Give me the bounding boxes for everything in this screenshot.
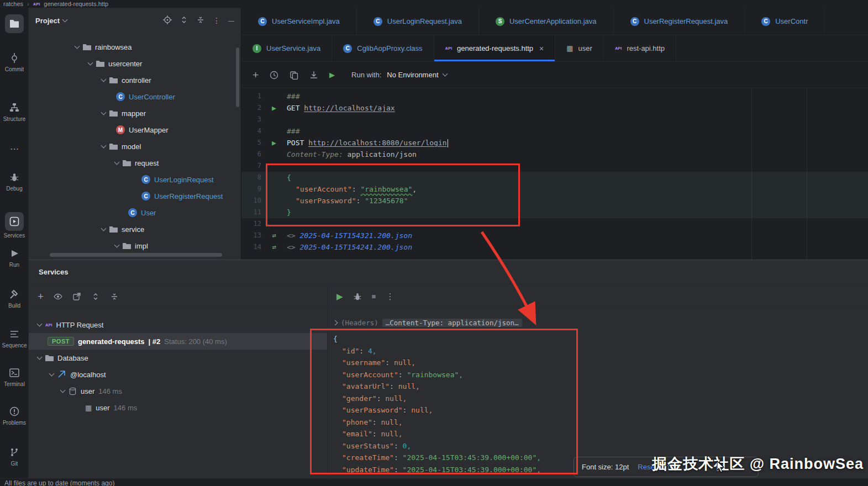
tree-item-request[interactable]: request [29, 155, 241, 171]
import-icon[interactable] [309, 71, 318, 80]
response-file-link[interactable]: 2025-04-15T154321.200.json [299, 231, 412, 240]
toolstrip-commit[interactable]: Commit [0, 53, 29, 72]
class-icon: C [373, 17, 382, 26]
toolstrip-more[interactable]: ⋯ [0, 144, 29, 154]
rerun-request-icon[interactable]: ▶ [336, 292, 343, 302]
json-key: "userAccount" [296, 185, 352, 193]
ide-window: ratches › API generated-requests.http Co… [0, 0, 868, 486]
tree-item-service[interactable]: service [29, 221, 241, 237]
services-item-localhost[interactable]: @localhost [29, 366, 327, 383]
tab-userserviceimpl[interactable]: C UserServiceImpl.java [241, 8, 357, 35]
tree-item-usercontroller[interactable]: C UserController [29, 88, 241, 105]
http-file-icon: API [45, 323, 52, 327]
services-item-request-run[interactable]: POST generated-requests | #2 Status: 200… [29, 333, 327, 350]
chevron-down-icon[interactable] [62, 17, 68, 22]
tree-item-userregisterrequest[interactable]: C UserRegisterRequest [29, 188, 241, 204]
toolstrip-project[interactable] [0, 14, 29, 33]
tab-cglibaopproxy[interactable]: C CglibAopProxy.class [332, 35, 434, 61]
toolstrip-debug[interactable]: Debug [0, 172, 29, 192]
header-name: Content-Type: [287, 150, 343, 159]
services-item-label: HTTP Request [56, 321, 104, 329]
class-icon: C [761, 17, 770, 26]
toolstrip-structure[interactable]: Structure [0, 103, 29, 122]
kebab-menu-icon[interactable]: ⋮ [386, 292, 394, 302]
breadcrumb: ratches › API generated-requests.http [0, 0, 868, 8]
editor-area: C UserServiceImpl.java C UserLoginReques… [241, 8, 868, 260]
tree-item-userloginrequest[interactable]: C UserLoginRequest [29, 171, 241, 188]
chevron-down-icon [88, 60, 93, 65]
response-headers-line[interactable]: (Headers) …Content-Type: application/jso… [328, 309, 868, 329]
request-url[interactable]: http://localhost:8080/user/login [308, 139, 446, 147]
editor-tab-row-1: C UserServiceImpl.java C UserLoginReques… [241, 8, 868, 35]
code-text: ### [287, 91, 299, 102]
services-item-http-request[interactable]: API HTTP Request [29, 316, 327, 333]
kebab-menu-icon[interactable]: ⋮ [213, 16, 220, 25]
tab-userservice[interactable]: I UserService.java [241, 35, 332, 61]
sequence-icon [9, 329, 19, 341]
tab-usercenterapplication[interactable]: S UserCenterApplication.java [479, 8, 614, 35]
history-icon[interactable] [270, 71, 278, 80]
response-file-link[interactable]: 2025-04-15T154241.200.json [299, 243, 412, 251]
line-number: 7 [241, 160, 261, 172]
run-request-icon[interactable]: ▶ [272, 102, 276, 114]
expand-all-icon[interactable] [91, 292, 100, 301]
chevron-down-icon [37, 354, 43, 360]
tree-item-mapper[interactable]: mapper [29, 105, 241, 122]
toolstrip-sequence[interactable]: Sequence [0, 329, 29, 348]
locate-file-icon[interactable] [163, 15, 172, 26]
request-response-icon[interactable]: ⇄ [272, 230, 276, 241]
add-request-icon[interactable]: + [252, 70, 259, 80]
run-all-requests-icon[interactable]: ▶ [329, 71, 335, 79]
view-options-eye-icon[interactable] [54, 292, 62, 301]
run-request-icon[interactable]: ▶ [272, 137, 276, 149]
copy-icon[interactable] [290, 71, 298, 80]
tree-item-impl[interactable]: impl [29, 237, 241, 254]
tab-usercontroller[interactable]: C UserContr [745, 8, 825, 35]
breadcrumb-item[interactable]: ratches [3, 1, 23, 7]
package-icon [109, 110, 118, 117]
services-item-table-user[interactable]: ▦ user 146 ms [29, 399, 327, 416]
tab-generated-requests[interactable]: API generated-requests.http × [434, 35, 556, 61]
line-number: 3 [241, 114, 261, 125]
tab-userloginrequest[interactable]: C UserLoginRequest.java [357, 8, 479, 35]
stop-icon[interactable]: ■ [372, 292, 376, 300]
request-response-icon[interactable]: ⇄ [272, 241, 276, 253]
horizontal-scrollbar[interactable] [50, 253, 222, 257]
tree-item-rainbowsea[interactable]: rainbowsea [29, 39, 241, 55]
toolstrip-run[interactable]: Run [0, 249, 29, 268]
collapse-all-icon[interactable] [110, 292, 119, 301]
tree-item-user[interactable]: C User [29, 204, 241, 221]
tree-item-usermapper[interactable]: M UserMapper [29, 122, 241, 138]
project-panel-title[interactable]: Project [35, 17, 60, 25]
add-service-icon[interactable]: + [38, 291, 44, 302]
toolstrip-git[interactable]: Git [0, 447, 29, 467]
http-client-toolbar: + ▶ Run with: No Environment [241, 62, 868, 88]
services-item-database[interactable]: Database [29, 350, 327, 366]
http-method-badge: POST [48, 337, 74, 346]
tree-item-model[interactable]: model [29, 138, 241, 155]
request-url[interactable]: http://localhost/ajax [304, 104, 394, 112]
folder-icon [45, 355, 54, 362]
services-item-schema-user[interactable]: user 146 ms [29, 383, 327, 399]
headers-fold-summary[interactable]: …Content-Type: application/json… [382, 319, 522, 327]
breadcrumb-item-file[interactable]: generated-requests.http [44, 1, 108, 7]
collapse-all-icon[interactable] [196, 15, 205, 26]
tree-item-label: UserLoginRequest [154, 176, 214, 184]
tree-item-usercenter[interactable]: usercenter [29, 55, 241, 72]
toolstrip-services[interactable]: Services [0, 212, 29, 239]
expand-all-icon[interactable] [180, 15, 188, 26]
toolstrip-problems[interactable]: Problems [0, 406, 29, 426]
hide-panel-icon[interactable]: — [228, 17, 234, 24]
open-in-new-icon[interactable] [72, 292, 81, 301]
debug-request-icon[interactable] [353, 292, 362, 301]
vertical-scrollbar[interactable] [236, 47, 239, 107]
close-icon[interactable]: × [539, 44, 544, 53]
tree-item-controller[interactable]: controller [29, 72, 241, 88]
environment-select[interactable]: No Environment [387, 71, 446, 79]
tab-user-table[interactable]: ▦ user [555, 35, 604, 61]
toolstrip-build[interactable]: Build [0, 289, 29, 309]
fold-chevron-icon[interactable] [333, 320, 338, 325]
tab-rest-api[interactable]: API rest-api.http [604, 35, 676, 61]
tab-userregisterrequest[interactable]: C UserRegisterRequest.java [614, 8, 745, 35]
toolstrip-terminal[interactable]: Terminal [0, 368, 29, 387]
